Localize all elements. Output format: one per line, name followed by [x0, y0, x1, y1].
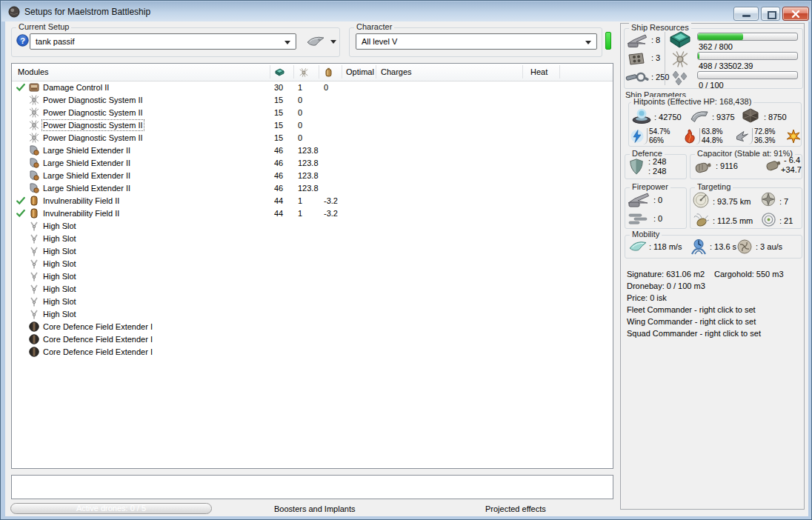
module-row[interactable]: Damage Control II 30 1 0 [12, 81, 613, 94]
column-separator [342, 65, 342, 79]
fitted-check-icon [16, 183, 26, 193]
drone-bandwidth-value: 0 / 100 [699, 81, 724, 90]
targeting-range-icon [692, 191, 710, 210]
setup-select[interactable]: tank passif [30, 33, 296, 50]
kinetic-armor-resist: 36.3% [754, 136, 775, 144]
module-row[interactable]: Core Defence Field Extender I [12, 333, 613, 346]
module-name: Power Diagnostic System II [43, 96, 143, 104]
title-bar[interactable]: Setups for Maelstrom Battleship [1, 1, 811, 21]
module-powergrid-value: 123.8 [298, 146, 319, 155]
fitted-check-icon [16, 309, 26, 319]
character-select-value: All level V [362, 37, 397, 46]
module-row[interactable]: High Slot [12, 258, 613, 270]
column-separator [376, 65, 376, 79]
module-name: Large Shield Extender II [43, 146, 130, 155]
armor-hp-value: : 9375 [712, 113, 735, 121]
module-row[interactable]: High Slot [12, 270, 613, 283]
active-drones-bar[interactable]: Active drones: 0 / 5 [10, 503, 212, 514]
wing-commander-slot[interactable]: Wing Commander - right click to set [627, 317, 756, 326]
module-row[interactable]: Power Diagnostic System II 15 0 [12, 119, 613, 132]
character-label: Character [354, 22, 394, 31]
module-icon [28, 321, 40, 333]
armor-hp-icon [690, 109, 709, 125]
module-row[interactable]: Power Diagnostic System II 15 0 [12, 107, 613, 119]
module-description-box[interactable] [11, 475, 613, 499]
cpu-value: 362 / 800 [699, 42, 733, 51]
cpu-bar [697, 33, 798, 41]
targeting-range-value: : 93.75 km [713, 197, 751, 206]
module-row[interactable]: Core Defence Field Extender I [12, 346, 613, 359]
module-row[interactable]: Large Shield Extender II 46 123.8 [12, 170, 613, 182]
column-modules[interactable]: Modules [18, 67, 49, 76]
launcher-hardpoints-value: : 3 [651, 53, 660, 62]
ship-browser-dropdown-icon[interactable] [330, 40, 336, 44]
shield-hp-icon [630, 107, 653, 126]
module-icon [28, 94, 40, 106]
module-row[interactable]: Large Shield Extender II 46 123.8 [12, 157, 613, 170]
module-name: Invulnerability Field II [43, 196, 119, 205]
module-row[interactable]: High Slot [12, 233, 613, 245]
powergrid-column-icon[interactable] [299, 67, 310, 79]
capacitor-column-icon[interactable] [324, 67, 335, 79]
module-powergrid-value: 123.8 [298, 159, 319, 167]
module-icon [28, 258, 40, 270]
module-row[interactable]: Large Shield Extender II 46 123.8 [12, 144, 613, 157]
help-icon[interactable]: ? [16, 34, 29, 48]
shield-hp-value: : 42750 [654, 113, 682, 121]
column-heat[interactable]: Heat [530, 67, 548, 76]
module-icon [28, 157, 40, 169]
svg-text:?: ? [20, 36, 25, 45]
module-row[interactable]: High Slot [12, 308, 613, 321]
close-button[interactable] [782, 7, 809, 21]
fitted-check-icon [16, 221, 26, 231]
character-select[interactable]: All level V [356, 33, 597, 50]
module-row[interactable]: Core Defence Field Extender I [12, 321, 613, 333]
capacitor-peak-minus: - 6.4 [784, 156, 800, 164]
fitted-check-icon [16, 133, 26, 143]
drone-bandwidth-icon [669, 69, 691, 88]
modules-table-header[interactable]: Modules Optimal Charges Heat [12, 64, 613, 81]
kinetic-resist-icon [735, 128, 750, 146]
missile-dps-value: : 0 [653, 214, 662, 223]
module-row[interactable]: Power Diagnostic System II 15 0 [12, 132, 613, 144]
column-optimal[interactable]: Optimal [346, 67, 374, 76]
module-cpu-value: 46 [274, 184, 283, 193]
module-icon [28, 170, 40, 181]
app-window: Setups for Maelstrom Battleship Current … [0, 0, 812, 520]
hitpoints-group: Hitpoints (Effective HP: 168,438) : 4275… [628, 102, 802, 147]
module-powergrid-value: 123.8 [298, 184, 319, 193]
scan-resolution-value: : 112.5 mm [713, 216, 753, 225]
column-separator [293, 65, 294, 79]
fitted-check-icon [16, 347, 26, 357]
cpu-column-icon[interactable] [274, 67, 285, 79]
module-name: High Slot [43, 284, 76, 293]
fleet-commander-slot[interactable]: Fleet Commander - right click to set [627, 305, 756, 314]
module-row[interactable]: Invulnerability Field II 44 1 -3.2 [12, 195, 613, 207]
module-row[interactable]: High Slot [12, 283, 613, 296]
calibration-icon [625, 70, 650, 86]
module-row[interactable]: Large Shield Extender II 46 123.8 [12, 182, 613, 195]
column-charges[interactable]: Charges [381, 67, 412, 76]
module-icon [28, 245, 40, 257]
ship-browser-button[interactable] [305, 33, 326, 50]
turret-dps-value: : 0 [653, 196, 662, 204]
em-armor-resist: 66% [649, 136, 664, 144]
fitted-check-icon [16, 284, 26, 294]
module-row[interactable]: High Slot [12, 220, 613, 233]
module-icon [28, 207, 40, 219]
module-row[interactable]: High Slot [12, 296, 613, 308]
setup-select-value: tank passif [36, 37, 75, 46]
app-icon [8, 6, 20, 18]
module-row[interactable]: Power Diagnostic System II 15 0 [12, 94, 613, 107]
fitted-check-icon [16, 334, 26, 344]
squad-commander-slot[interactable]: Squad Commander - right click to set [627, 329, 761, 338]
column-separator [522, 65, 523, 79]
module-row[interactable]: High Slot [12, 245, 613, 258]
column-separator [270, 65, 270, 79]
minimize-button[interactable] [733, 7, 759, 21]
targeting-group: Targeting : 93.75 km : 7 : 112.5 mm : 21 [690, 187, 802, 229]
maximize-button[interactable] [761, 7, 780, 21]
module-powergrid-value: 123.8 [298, 171, 319, 180]
module-row[interactable]: Invulnerability Field II 44 1 -3.2 [12, 207, 613, 220]
max-velocity-value: : 118 m/s [649, 242, 682, 251]
